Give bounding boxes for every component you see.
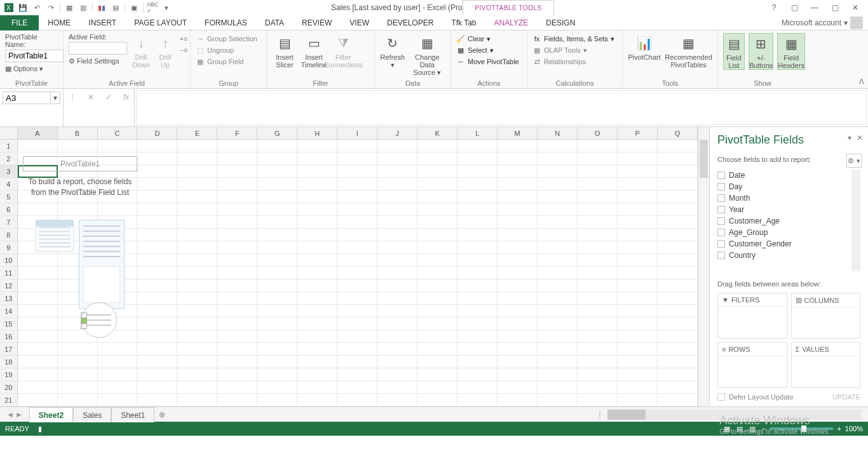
cell[interactable] — [618, 381, 658, 394]
cell[interactable] — [658, 216, 698, 229]
cell[interactable] — [337, 203, 377, 216]
cell[interactable] — [138, 165, 178, 178]
cell[interactable] — [337, 356, 377, 368]
cell[interactable] — [98, 394, 138, 406]
cell[interactable] — [18, 368, 58, 381]
cell[interactable] — [377, 343, 417, 356]
tab-review[interactable]: REVIEW — [293, 15, 341, 30]
field-checkbox[interactable] — [717, 194, 725, 202]
cell[interactable] — [257, 178, 297, 191]
cell[interactable] — [337, 152, 377, 165]
cell[interactable] — [377, 356, 417, 368]
cell[interactable] — [538, 356, 578, 368]
cell[interactable] — [137, 152, 177, 165]
cell[interactable] — [217, 140, 257, 152]
cell[interactable] — [618, 318, 658, 330]
cell[interactable] — [658, 203, 698, 216]
cell[interactable] — [658, 305, 698, 318]
tab-tfk[interactable]: Tfk Tab — [442, 15, 485, 30]
view-normal-icon[interactable]: ▦ — [724, 425, 730, 433]
col-header-H[interactable]: H — [297, 127, 337, 139]
cell[interactable] — [377, 305, 417, 318]
cell[interactable] — [658, 140, 698, 152]
cell[interactable] — [498, 381, 538, 394]
cell[interactable] — [658, 318, 698, 330]
field-headers-button[interactable]: ▦ Field Headers — [777, 33, 805, 70]
cell[interactable] — [217, 254, 257, 267]
col-header-M[interactable]: M — [498, 127, 538, 139]
cell[interactable] — [217, 343, 257, 356]
cell[interactable] — [417, 191, 458, 203]
cell[interactable] — [578, 381, 618, 394]
cell[interactable] — [217, 368, 257, 381]
cell[interactable] — [498, 241, 538, 254]
account-label[interactable]: Microsoft account — [782, 18, 841, 27]
cell[interactable] — [177, 216, 217, 229]
enter-icon[interactable]: ✓ — [105, 91, 112, 102]
sheet-tab-sheet2[interactable]: Sheet2 — [29, 407, 73, 422]
cell[interactable] — [217, 381, 257, 394]
qat-icon[interactable]: ▦ — [63, 1, 76, 14]
view-page-break-icon[interactable]: ▥ — [749, 425, 756, 433]
cell[interactable] — [498, 292, 538, 305]
cell[interactable] — [98, 381, 138, 394]
cell[interactable] — [137, 356, 177, 368]
cell[interactable] — [257, 229, 297, 241]
cell[interactable] — [417, 330, 458, 343]
cell[interactable] — [297, 267, 337, 279]
cell[interactable] — [98, 368, 138, 381]
cell[interactable] — [417, 279, 458, 292]
field-checkbox[interactable] — [717, 171, 725, 179]
cell[interactable] — [498, 330, 538, 343]
col-header-J[interactable]: J — [377, 127, 417, 139]
cell[interactable] — [257, 254, 297, 267]
cell[interactable] — [498, 356, 538, 368]
cell[interactable] — [137, 178, 177, 191]
cell[interactable] — [458, 216, 498, 229]
minimize-icon[interactable]: — — [807, 1, 822, 14]
cell[interactable] — [538, 254, 578, 267]
cell[interactable] — [618, 165, 658, 178]
cell[interactable] — [417, 152, 458, 165]
row-header-12[interactable]: 12 — [0, 279, 18, 292]
cell[interactable] — [137, 279, 177, 292]
cell[interactable] — [618, 305, 658, 318]
cell[interactable] — [217, 318, 257, 330]
cell[interactable] — [257, 216, 297, 229]
cell[interactable] — [538, 279, 578, 292]
col-header-P[interactable]: P — [618, 127, 658, 139]
qat-icon[interactable]: ▣ — [128, 1, 140, 14]
cell[interactable] — [458, 267, 498, 279]
cell[interactable] — [217, 229, 257, 241]
cell[interactable] — [578, 140, 618, 152]
cell[interactable] — [177, 203, 217, 216]
row-header-8[interactable]: 8 — [0, 229, 18, 241]
cell[interactable] — [618, 229, 658, 241]
cell[interactable] — [658, 368, 698, 381]
cell[interactable] — [337, 241, 377, 254]
drill-down-button[interactable]: ↓ Drill Down — [131, 33, 151, 69]
redo-icon[interactable]: ↷ — [44, 1, 57, 14]
cell[interactable] — [498, 318, 538, 330]
spellcheck-icon[interactable]: ABC✓ — [146, 1, 159, 14]
cell[interactable] — [458, 343, 498, 356]
cell[interactable] — [658, 356, 698, 368]
cell[interactable] — [578, 229, 618, 241]
col-header-Q[interactable]: Q — [658, 127, 698, 139]
cell[interactable] — [377, 381, 417, 394]
cell[interactable] — [177, 292, 217, 305]
change-data-source-button[interactable]: ▦ Change Data Source ▾ — [409, 33, 445, 76]
field-checkbox[interactable] — [717, 183, 725, 191]
cell[interactable] — [417, 165, 458, 178]
cell[interactable] — [417, 267, 458, 279]
cell[interactable] — [297, 343, 337, 356]
col-header-K[interactable]: K — [417, 127, 458, 139]
field-item[interactable]: Country — [717, 250, 851, 261]
update-button[interactable]: UPDATE — [832, 393, 860, 401]
cell[interactable] — [498, 394, 538, 406]
cell[interactable] — [578, 267, 618, 279]
cell[interactable] — [257, 305, 297, 318]
field-item[interactable]: Customer_Age — [717, 215, 851, 227]
columns-area[interactable]: ▥COLUMNS — [791, 293, 861, 339]
cell[interactable] — [257, 191, 297, 203]
